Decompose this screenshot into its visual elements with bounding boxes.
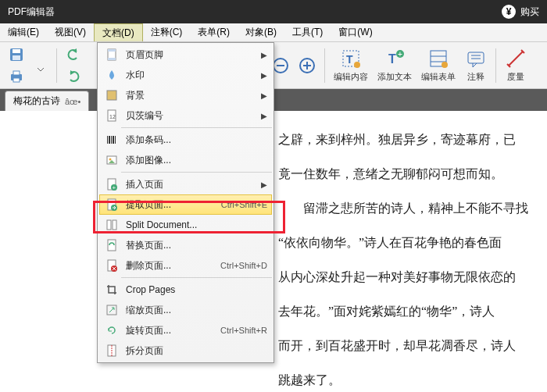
svg-rect-28 [107,91,116,100]
mi-split-page[interactable]: 拆分页面 [99,340,272,361]
droplet-icon [104,67,120,83]
annotate-button[interactable]: 注释 [461,45,491,87]
separator [121,127,272,128]
mi-delete-page[interactable]: 删除页面...Ctrl+Shift+D [99,255,272,276]
svg-rect-2 [13,55,20,60]
measure-button[interactable]: 度量 [501,45,531,87]
separator [56,48,57,83]
background-icon [104,87,120,103]
svg-point-37 [109,159,112,161]
svg-text:+: + [113,184,116,191]
separator [121,277,272,278]
extract-page-icon [104,197,120,212]
mi-header-footer[interactable]: 页眉页脚▶ [99,45,272,65]
crop-icon [104,282,120,298]
split-page-icon [104,343,120,358]
add-text-button[interactable]: T+ 添加文本 [374,45,416,87]
svg-line-24 [509,52,523,66]
edit-form-button[interactable]: 编辑表单 [417,45,459,87]
svg-rect-32 [109,136,110,144]
menu-annotate[interactable]: 注释(C) [143,23,191,41]
zoom-in-button[interactable] [295,55,320,77]
print-button[interactable] [5,66,28,87]
svg-point-20 [442,62,448,68]
mi-background[interactable]: 背景▶ [99,85,272,105]
doc-line: “依依向物华。”诗人在百花争艳的春色面 [278,230,531,256]
mi-watermark[interactable]: 水印▶ [99,65,272,85]
mi-resize-page[interactable]: 缩放页面... [99,300,272,320]
menu-view[interactable]: 视图(V) [47,23,94,41]
resize-icon [104,302,120,318]
save-button[interactable] [5,44,28,66]
mi-replace-page[interactable]: 替换页面... [99,235,272,255]
title-bar: PDF编辑器 ¥ 购买 [0,0,547,23]
replace-page-icon [104,237,120,253]
mi-rotate-page[interactable]: 旋转页面...Ctrl+Shift+R [99,320,272,340]
chevron-right-icon: ▶ [261,71,267,80]
mi-crop-pages[interactable]: Crop Pages [99,280,272,300]
close-tab-icon[interactable]: âœ• [65,97,80,106]
svg-text:T: T [388,52,396,66]
label: 编辑内容 [334,71,368,83]
save-dropdown[interactable] [30,55,52,77]
edit-content-button[interactable]: T 编辑内容 [330,45,372,87]
app-title: PDF编辑器 [8,5,55,19]
doc-line: 之辟，来到梓州。独居异乡，寄迹幕府，已 [278,127,531,153]
label: 添加文本 [377,71,412,83]
menu-edit[interactable]: 编辑(E) [0,23,47,41]
svg-text:+: + [398,50,402,59]
menu-window[interactable]: 窗口(W) [331,23,380,41]
svg-text:12: 12 [109,114,116,119]
redo-button[interactable] [62,66,85,87]
label: 注释 [467,71,484,83]
label: 编辑表单 [421,71,456,83]
rotate-icon [104,323,120,338]
doc-line: 从内心深处升起一种对美好事物无限依恋的 [278,264,531,290]
chevron-right-icon: ▶ [261,51,267,59]
menu-document[interactable]: 文档(D) [94,23,143,41]
coin-icon[interactable]: ¥ [502,5,516,19]
buy-link[interactable]: 购买 [520,5,539,19]
doc-line: 竟一住数年，意绪之无聊郁闷可想而知。 [278,161,531,187]
delete-page-icon [104,258,120,273]
separator [495,48,496,83]
mi-barcode[interactable]: 添加条码... [99,130,272,150]
accelerator: Ctrl+Shift+E [221,200,267,209]
svg-rect-31 [107,136,108,144]
split-icon [104,217,120,233]
chevron-right-icon: ▶ [261,112,267,120]
svg-text:T: T [346,53,353,66]
document-tab[interactable]: 梅花的古诗 âœ• [5,91,89,111]
svg-rect-4 [13,71,20,75]
menu-tools[interactable]: 工具(T) [284,23,331,41]
svg-rect-34 [113,136,114,144]
image-icon [104,152,120,168]
doc-line: 留滞之悲所苦的诗人，精神上不能不寻找 [278,195,531,222]
menu-bar: 编辑(E) 视图(V) 文档(D) 注释(C) 表单(R) 对象(B) 工具(T… [0,23,547,42]
undo-button[interactable] [62,44,85,66]
page-icon [104,47,120,62]
mi-insert-page[interactable]: +插入页面▶ [99,174,272,194]
chevron-right-icon: ▶ [261,180,267,189]
svg-rect-27 [108,58,116,60]
mi-image[interactable]: 添加图像... [99,150,272,170]
mi-extract-page[interactable]: 提取页面...Ctrl+Shift+E [99,194,272,215]
mi-split-document[interactable]: Split Document... [99,215,272,235]
menu-object[interactable]: 对象(B) [238,23,284,41]
svg-point-13 [354,62,360,68]
svg-rect-21 [468,52,484,63]
svg-rect-1 [13,49,20,53]
doc-line: 去年花。”面对姹紫嫣红的“物华”，诗人 [278,298,531,325]
insert-page-icon: + [104,176,120,192]
document-menu-dropdown: 页眉页脚▶ 水印▶ 背景▶ 12贝茨编号▶ 添加条码... 添加图像... +插… [97,42,274,363]
accelerator: Ctrl+Shift+R [220,326,267,335]
svg-rect-35 [115,136,116,144]
svg-rect-26 [108,49,116,52]
menu-form[interactable]: 表单(R) [190,23,238,41]
separator [121,172,272,173]
bates-icon: 12 [104,108,120,123]
separator [324,48,325,83]
mi-bates[interactable]: 12贝茨编号▶ [99,105,272,126]
svg-rect-5 [13,78,20,82]
svg-rect-44 [113,220,116,230]
